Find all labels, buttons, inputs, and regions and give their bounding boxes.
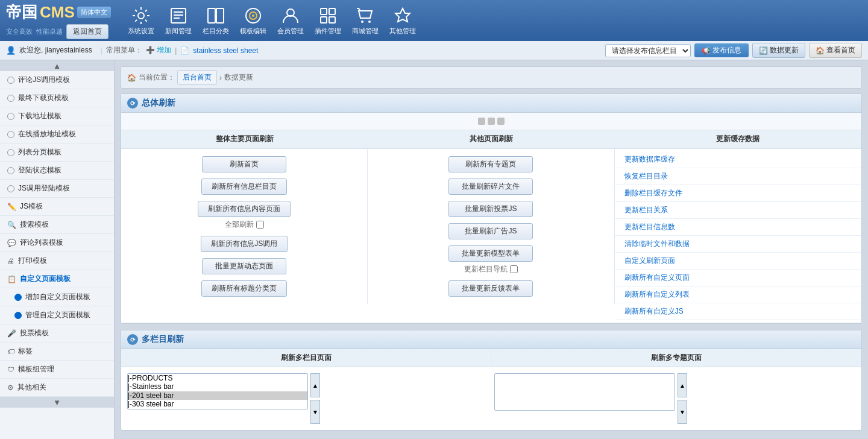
- sidebar-item-custom-page[interactable]: 📋 自定义页面模板: [0, 270, 114, 288]
- view-home-button[interactable]: 🏠 查看首页: [809, 43, 862, 58]
- home-button[interactable]: 返回首页: [66, 24, 108, 39]
- sidebar-item-download-tpl[interactable]: 最终下载页模板: [0, 89, 114, 107]
- sidebar-item-play-addr[interactable]: 在线播放地址模板: [0, 125, 114, 144]
- three-col-headers: 整体主要页面刷新 其他页面刷新 更新缓存数据: [121, 130, 861, 149]
- shop-icon: [356, 6, 375, 25]
- btn-refresh-home[interactable]: 刷新首页: [202, 156, 286, 172]
- sidebar-item-search-tpl[interactable]: 🔍 搜索模板: [0, 216, 114, 234]
- special-scroll-up-btn[interactable]: ▲: [678, 373, 687, 397]
- svg-marker-17: [395, 8, 410, 22]
- sidebar-item-js-tpl[interactable]: ✏️ JS模板: [0, 198, 114, 216]
- update-nav-label: 更新栏目导航: [464, 264, 508, 274]
- sidebar-item-vote-tpl[interactable]: 🎤 投票模板: [0, 324, 114, 343]
- link-custom-refresh-page[interactable]: 自定义刷新页面: [615, 253, 861, 270]
- section-multi-header: ⟳ 多栏目刷新: [121, 330, 861, 349]
- list-option-201-steel-bar[interactable]: |-201 steel bar: [128, 391, 307, 400]
- sidebar-item-tpl-group[interactable]: 🛡 模板组管理: [0, 361, 114, 379]
- sidebar-item-comment-list[interactable]: 💬 评论列表模板: [0, 234, 114, 252]
- select-column-dropdown[interactable]: 请选择发布信息栏目: [605, 44, 691, 57]
- plugin-icon: [318, 6, 338, 25]
- member-icon: [281, 6, 300, 25]
- nav-item-news-mgmt[interactable]: 新闻管理: [160, 4, 197, 38]
- user-info: 欢迎您, jianyestainless: [19, 45, 92, 55]
- list-scroll-down-btn[interactable]: ▼: [310, 400, 320, 424]
- btn-batch-update-form[interactable]: 批量更新模型表单: [448, 245, 533, 262]
- home-icon: 🏠: [127, 74, 136, 82]
- nav-item-shop-mgmt[interactable]: 商城管理: [347, 4, 383, 38]
- sidebar-item-login-state[interactable]: 登陆状态模板: [0, 162, 114, 180]
- breadcrumb-home-link[interactable]: 后台首页: [177, 70, 217, 85]
- link-refresh-all-custom-list[interactable]: 刷新所有自定义列表: [615, 286, 861, 303]
- radio-add-custom: [14, 294, 22, 301]
- update-nav-checkbox[interactable]: [510, 265, 518, 273]
- nav-item-tpl-edit[interactable]: 模板编辑: [235, 4, 271, 38]
- other-rel-icon: ⚙: [7, 384, 14, 392]
- link-clear-temp-data[interactable]: 清除临时文件和数据: [615, 236, 861, 253]
- multi-col-body: |-PRODUCTS |-Stainless bar |-201 steel b…: [121, 367, 861, 430]
- btn-refresh-all-js[interactable]: 刷新所有信息JS调用: [201, 236, 288, 252]
- sidebar-scroll-down[interactable]: ▼: [0, 397, 114, 408]
- view-home-icon: 🏠: [816, 46, 825, 55]
- btn-refresh-dynamic[interactable]: 批量更新动态页面: [202, 258, 286, 274]
- template-icon: [244, 6, 263, 25]
- breadcrumb-separator: ›: [219, 74, 222, 82]
- gear-icon: [131, 6, 151, 25]
- list-option-303-steel-bar[interactable]: |-303 steel bar: [128, 400, 307, 408]
- btn-refresh-all-special[interactable]: 刷新所有专题页: [448, 156, 533, 172]
- sidebar-item-comment-js[interactable]: 评论JS调用模板: [0, 71, 114, 89]
- link-delete-col-cache[interactable]: 删除栏目缓存文件: [615, 185, 861, 202]
- sidebar-item-manage-custom[interactable]: 管理自定义页面模板: [0, 306, 114, 324]
- section-refresh: ⟳ 总体刷新 整体主要页面刷新 其他页面刷新 更新缓存数据: [121, 93, 862, 324]
- col-header-3: 更新缓存数据: [615, 130, 861, 148]
- list-scroll-up-btn[interactable]: ▲: [310, 373, 320, 397]
- svg-point-0: [138, 13, 144, 19]
- btn-batch-refresh-fragment[interactable]: 批量刷新碎片文件: [448, 178, 533, 195]
- sidebar-item-print-tpl[interactable]: 🖨 打印模板: [0, 252, 114, 270]
- lang-button[interactable]: 简体中文: [77, 7, 111, 18]
- news-icon: [169, 6, 188, 25]
- column-list-box[interactable]: |-PRODUCTS |-Stainless bar |-201 steel b…: [127, 373, 308, 409]
- link-update-col-info-count[interactable]: 更新栏目信息数: [615, 219, 861, 236]
- publish-button[interactable]: 📢 发布信息: [694, 43, 749, 57]
- btn-batch-update-feedback[interactable]: 批量更新反馈表单: [448, 280, 533, 297]
- nav-item-plugin-mgmt[interactable]: 插件管理: [310, 4, 346, 38]
- sidebar-scroll-up[interactable]: ▲: [0, 60, 114, 71]
- sidebar-item-tags[interactable]: 🏷 标签: [0, 343, 114, 361]
- sidebar-item-js-login[interactable]: JS调用登陆模板: [0, 180, 114, 198]
- list-option-products[interactable]: |-PRODUCTS: [128, 374, 307, 382]
- all-refresh-checkbox[interactable]: [256, 221, 264, 229]
- nav-label-member-mgmt: 会员管理: [277, 27, 304, 36]
- svg-point-16: [368, 21, 371, 23]
- special-list-box[interactable]: [494, 373, 675, 411]
- nav-item-member-mgmt[interactable]: 会员管理: [272, 4, 309, 38]
- nav-item-column-cat[interactable]: 栏目分类: [198, 4, 234, 38]
- sheet-link[interactable]: stainless steel sheet: [193, 46, 258, 55]
- link-restore-col-dir[interactable]: 恢复栏目目录: [615, 168, 861, 185]
- toolbar-divider1: |: [101, 46, 102, 55]
- toolbar-sep1: |: [175, 46, 177, 55]
- list-option-stainless-bar[interactable]: |-Stainless bar: [128, 382, 307, 391]
- btn-batch-refresh-ad-js[interactable]: 批量刷新广告JS: [448, 223, 533, 239]
- add-link[interactable]: ➕ 增加: [146, 45, 171, 55]
- sidebar-item-download-addr[interactable]: 下载地址模板: [0, 107, 114, 125]
- btn-batch-refresh-vote-js[interactable]: 批量刷新投票JS: [448, 201, 533, 217]
- vote-icon: 🎤: [7, 329, 16, 338]
- link-update-col-rel[interactable]: 更新栏目关系: [615, 202, 861, 219]
- update-button[interactable]: 🔄 数据更新: [752, 43, 805, 58]
- sidebar-item-other-rel[interactable]: ⚙ 其他相关: [0, 379, 114, 397]
- update-nav-checkbox-row: 更新栏目导航: [464, 264, 518, 274]
- btn-refresh-all-content[interactable]: 刷新所有信息内容页面: [198, 201, 291, 217]
- radio-download-addr: [7, 113, 14, 120]
- sidebar-item-add-custom[interactable]: 增加自定义页面模板: [0, 288, 114, 306]
- nav-item-sys-settings[interactable]: 系统设置: [123, 4, 159, 38]
- link-update-db-cache[interactable]: 更新数据库缓存: [615, 151, 861, 168]
- btn-refresh-topic-cat[interactable]: 刷新所有标题分类页: [201, 280, 287, 297]
- progress-dot-1: [478, 118, 485, 125]
- special-scroll-down-btn[interactable]: ▼: [678, 400, 687, 424]
- sidebar-item-list-page[interactable]: 列表分页模板: [0, 144, 114, 162]
- nav-item-other-mgmt[interactable]: 其他管理: [385, 4, 421, 38]
- link-refresh-all-custom-js[interactable]: 刷新所有自定义JS: [615, 303, 861, 320]
- tagline-right: 性能卓越: [36, 27, 63, 36]
- link-refresh-all-custom-pages[interactable]: 刷新所有自定义页面: [615, 270, 861, 286]
- btn-refresh-all-col[interactable]: 刷新所有信息栏目页: [201, 178, 287, 195]
